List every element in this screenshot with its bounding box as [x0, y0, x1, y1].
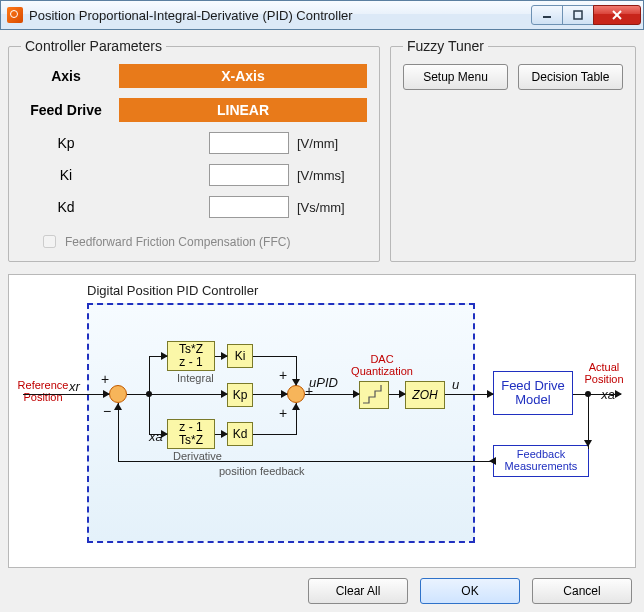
controller-parameters-group: Controller Parameters Axis X-Axis Feed D…	[8, 38, 380, 262]
ffc-row[interactable]: Feedforward Friction Compensation (FFC)	[21, 232, 367, 251]
sum-node-error	[109, 385, 127, 403]
arrow	[292, 403, 300, 410]
param-grid: Axis X-Axis Feed Drive LINEAR Kp [V/mm] …	[21, 64, 367, 251]
diagram-dashed-box	[87, 303, 475, 543]
sum-node-pid	[287, 385, 305, 403]
title-bar: Position Proportional-Integral-Derivativ…	[0, 0, 644, 30]
fuzzy-tuner-legend: Fuzzy Tuner	[403, 38, 488, 54]
kp-label: Kp	[21, 135, 111, 151]
line	[305, 394, 359, 395]
ki-input[interactable]	[209, 164, 289, 186]
maximize-button[interactable]	[562, 5, 594, 25]
dac-label: DAC Quantization	[347, 353, 417, 377]
integral-caption: Integral	[177, 372, 214, 384]
feed-drive-label: Feed Drive	[21, 102, 111, 118]
deriv-tf-block: z - 1 Ts*Z	[167, 419, 215, 449]
plus-sign-bot: +	[279, 405, 287, 421]
ffc-label: Feedforward Friction Compensation (FFC)	[65, 235, 290, 249]
ki-label: Ki	[21, 167, 111, 183]
feedback-measurements-block: Feedback Measurements	[493, 445, 589, 477]
app-icon	[7, 7, 23, 23]
line	[23, 394, 109, 395]
u-signal: u	[452, 377, 459, 392]
arrow	[615, 390, 622, 398]
arrow	[221, 430, 228, 438]
arrow	[487, 390, 494, 398]
diagram-panel: Digital Position PID Controller Referenc…	[8, 274, 636, 568]
client-area: Controller Parameters Axis X-Axis Feed D…	[0, 30, 644, 612]
upid-signal: uPID	[309, 375, 338, 390]
ok-button[interactable]: OK	[420, 578, 520, 604]
clear-all-button[interactable]: Clear All	[308, 578, 408, 604]
reference-position-label: Reference Position	[15, 379, 71, 403]
setup-menu-button[interactable]: Setup Menu	[403, 64, 508, 90]
cancel-button[interactable]: Cancel	[532, 578, 632, 604]
arrow	[161, 430, 168, 438]
feed-drive-model-block: Feed Drive Model	[493, 371, 573, 415]
kp-input[interactable]	[209, 132, 289, 154]
ki-block: Ki	[227, 344, 253, 368]
top-row: Controller Parameters Axis X-Axis Feed D…	[8, 38, 636, 262]
arrow	[114, 403, 122, 410]
kp-block: Kp	[227, 383, 253, 407]
line	[573, 394, 621, 395]
kp-unit: [V/mm]	[297, 136, 367, 151]
arrow	[584, 440, 592, 447]
arrow	[353, 390, 360, 398]
feed-drive-value: LINEAR	[119, 98, 367, 122]
minimize-button[interactable]	[531, 5, 563, 25]
arrow	[281, 390, 288, 398]
arrow	[161, 352, 168, 360]
integral-tf-block: Ts*Z z - 1	[167, 341, 215, 371]
dac-block	[359, 381, 389, 409]
arrow	[103, 390, 110, 398]
actual-position-label: Actual Position	[579, 361, 629, 385]
arrow	[292, 379, 300, 386]
ffc-checkbox[interactable]	[43, 235, 56, 248]
decision-table-button[interactable]: Decision Table	[518, 64, 623, 90]
plus-sign-1: +	[101, 371, 109, 387]
svg-rect-1	[574, 11, 582, 19]
position-feedback-label: position feedback	[219, 465, 305, 477]
kd-input[interactable]	[209, 196, 289, 218]
arrow	[221, 390, 228, 398]
tuner-buttons: Setup Menu Decision Table	[403, 64, 623, 90]
axis-label: Axis	[21, 68, 111, 84]
bottom-button-row: Clear All OK Cancel	[8, 568, 636, 604]
arrow	[489, 457, 496, 465]
ki-unit: [V/mms]	[297, 168, 367, 183]
arrow	[221, 352, 228, 360]
line	[253, 356, 297, 357]
diagram-title: Digital Position PID Controller	[87, 283, 258, 298]
window-title: Position Proportional-Integral-Derivativ…	[29, 8, 531, 23]
controller-parameters-legend: Controller Parameters	[21, 38, 166, 54]
line	[149, 394, 150, 434]
kd-block: Kd	[227, 422, 253, 446]
window-buttons	[531, 5, 641, 25]
kd-unit: [Vs/mm]	[297, 200, 367, 215]
close-button[interactable]	[593, 5, 641, 25]
minus-sign: −	[103, 403, 111, 419]
kd-label: Kd	[21, 199, 111, 215]
axis-value: X-Axis	[119, 64, 367, 88]
xr-signal: xr	[69, 379, 80, 394]
line	[118, 403, 119, 461]
line	[149, 356, 150, 394]
zoh-block: ZOH	[405, 381, 445, 409]
fuzzy-tuner-group: Fuzzy Tuner Setup Menu Decision Table	[390, 38, 636, 262]
plus-sign-mid: +	[305, 383, 313, 399]
plus-sign-top: +	[279, 367, 287, 383]
line	[149, 394, 227, 395]
line	[445, 394, 493, 395]
arrow	[399, 390, 406, 398]
line	[118, 461, 494, 462]
line	[253, 434, 297, 435]
